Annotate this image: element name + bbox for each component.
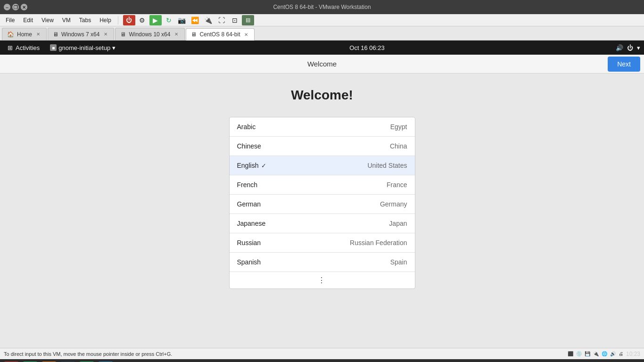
lang-region: Germany	[380, 200, 407, 208]
tab-home-label: Home	[17, 31, 32, 38]
language-row-spanish[interactable]: Spanish Spain	[230, 253, 415, 272]
language-list: Arabic Egypt Chinese China English ✓ Uni…	[229, 117, 415, 289]
lang-name: German	[237, 200, 261, 208]
welcome-title: Welcome!	[291, 88, 353, 103]
toolbar: ⏻ ⚙ ▶ ↻ 📷 ⏪ 🔌 ⛶ ⊡ ▤	[123, 15, 254, 25]
welcome-header: Welcome Next	[0, 55, 644, 74]
tab-home-close[interactable]: ✕	[35, 31, 41, 38]
language-row-russian[interactable]: Russian Russian Federation	[230, 233, 415, 253]
tab-win10-close[interactable]: ✕	[173, 31, 180, 38]
tab-centos-label: CentOS 8 64-bit	[199, 31, 240, 38]
language-row-arabic[interactable]: Arabic Egypt	[230, 117, 415, 137]
app-menu[interactable]: ■ gnome-initial-setup ▾	[47, 43, 118, 52]
lang-name: Arabic	[237, 123, 256, 131]
title-bar: – ❐ ✕ CentOS 8 64-bit - VMware Workstati…	[0, 0, 644, 14]
welcome-header-title: Welcome	[307, 60, 337, 68]
lang-name: Russian	[237, 239, 261, 247]
menu-vm[interactable]: VM	[58, 16, 74, 25]
sound-icon: 🔊	[610, 351, 616, 356]
tab-bar: 🏠 Home ✕ 🖥 Windows 7 x64 ✕ 🖥 Windows 10 …	[0, 26, 644, 41]
menu-help[interactable]: Help	[96, 16, 115, 25]
selected-checkmark: ✓	[261, 162, 266, 169]
gnome-datetime: Oct 16 06:23	[349, 44, 384, 51]
more-dots-icon: ⋮	[318, 276, 326, 285]
language-row-japanese[interactable]: Japanese Japan	[230, 214, 415, 233]
close-button[interactable]: ✕	[21, 4, 27, 10]
power-icon[interactable]: ⏻	[627, 44, 633, 51]
vm-content: Welcome Next Welcome! Arabic Egypt Chine…	[0, 55, 644, 348]
taskbar: ◉ ▦ 🦊 ⬛ 📁 📷 🖥 ⬡ 🔒 🛡 📋 🔊 🔋 10:23	[0, 359, 644, 362]
menu-edit[interactable]: Edit	[19, 16, 37, 25]
toolbar-refresh-icon[interactable]: ↻	[163, 15, 175, 25]
activities-button[interactable]: ⊞ Activities	[4, 43, 43, 52]
toolbar-snapshot-icon[interactable]: 📷	[176, 15, 188, 25]
system-menu-arrow[interactable]: ▾	[637, 44, 640, 51]
lang-name: Japanese	[237, 220, 266, 227]
status-right: ⬛ 💿 💾 🔌 🌐 🔊 🖨 10:23	[568, 351, 640, 357]
tab-win10-label: Windows 10 x64	[129, 31, 170, 38]
app-menu-label: gnome-initial-setup	[58, 44, 110, 51]
language-row-english[interactable]: English ✓ United States	[230, 156, 415, 175]
lang-region: Spain	[390, 258, 407, 266]
gnome-bar-right: 🔊 ⏻ ▾	[616, 44, 640, 51]
tab-win10[interactable]: 🖥 Windows 10 x64 ✕	[115, 28, 185, 40]
gnome-bar-left: ⊞ Activities ■ gnome-initial-setup ▾	[4, 43, 118, 52]
language-row-german[interactable]: German Germany	[230, 195, 415, 214]
tab-centos[interactable]: 🖥 CentOS 8 64-bit ✕	[186, 28, 255, 41]
vm-icon: ⬛	[568, 351, 573, 356]
menu-file[interactable]: File	[2, 16, 18, 25]
menu-view[interactable]: View	[38, 16, 58, 25]
lang-name: Chinese	[237, 142, 261, 150]
status-message: To direct input to this VM, move the mou…	[4, 351, 568, 357]
toolbar-unity-icon[interactable]: ⊡	[229, 15, 241, 25]
home-tab-icon: 🏠	[7, 31, 14, 38]
window-title: CentOS 8 64-bit - VMware Workstation	[41, 4, 603, 10]
centos-tab-icon: 🖥	[191, 31, 197, 38]
tab-home[interactable]: 🏠 Home ✕	[2, 28, 47, 40]
main-content: Welcome! Arabic Egypt Chinese China Engl…	[0, 74, 644, 348]
tab-centos-close[interactable]: ✕	[243, 31, 249, 38]
status-bar: To direct input to this VM, move the mou…	[0, 348, 644, 359]
lang-region: Russian Federation	[350, 239, 407, 247]
lang-name: Spanish	[237, 258, 261, 266]
menu-separator	[118, 16, 118, 25]
language-row-chinese[interactable]: Chinese China	[230, 137, 415, 156]
gnome-top-bar: ⊞ Activities ■ gnome-initial-setup ▾ Oct…	[0, 41, 644, 55]
minimize-button[interactable]: –	[4, 4, 10, 10]
toolbar-shrink-icon[interactable]: ▤	[242, 15, 254, 25]
win10-tab-icon: 🖥	[120, 31, 126, 38]
more-languages-button[interactable]: ⋮	[230, 272, 415, 288]
volume-icon[interactable]: 🔊	[616, 44, 623, 51]
menu-tabs[interactable]: Tabs	[75, 16, 95, 25]
usb-icon: 🔌	[593, 351, 599, 356]
toolbar-revert-icon[interactable]: ⏪	[189, 15, 201, 25]
menu-bar: File Edit View VM Tabs Help ⏻ ⚙ ▶ ↻ 📷 ⏪ …	[0, 14, 644, 26]
toolbar-play-icon[interactable]: ▶	[149, 15, 162, 25]
language-row-french[interactable]: French France	[230, 175, 415, 195]
tab-win7[interactable]: 🖥 Windows 7 x64 ✕	[48, 28, 114, 40]
next-button[interactable]: Next	[608, 57, 640, 72]
toolbar-power-icon[interactable]: ⏻	[123, 15, 135, 25]
toolbar-fullscreen-icon[interactable]: ⛶	[215, 15, 228, 25]
disk-icon: 💿	[576, 351, 582, 356]
tab-win7-label: Windows 7 x64	[61, 31, 99, 38]
printer-icon: 🖨	[619, 351, 623, 356]
toolbar-settings-icon[interactable]: ⚙	[136, 15, 149, 25]
win7-tab-icon: 🖥	[53, 31, 58, 38]
tab-win7-close[interactable]: ✕	[102, 31, 109, 38]
lang-region: China	[390, 142, 407, 150]
activities-label: Activities	[16, 44, 40, 51]
app-menu-arrow: ▾	[112, 44, 116, 51]
lang-region: United States	[367, 162, 407, 169]
lang-name: French	[237, 181, 258, 189]
lang-region: France	[387, 181, 407, 189]
floppy-icon: 💾	[585, 351, 590, 356]
restore-button[interactable]: ❐	[12, 4, 19, 10]
lang-name: English ✓	[237, 162, 267, 169]
status-clock: 10:23	[626, 351, 640, 357]
lang-region: Egypt	[390, 123, 407, 131]
network-icon: 🌐	[602, 351, 607, 356]
lang-region: Japan	[389, 220, 407, 227]
toolbar-usb-icon[interactable]: 🔌	[202, 15, 215, 25]
